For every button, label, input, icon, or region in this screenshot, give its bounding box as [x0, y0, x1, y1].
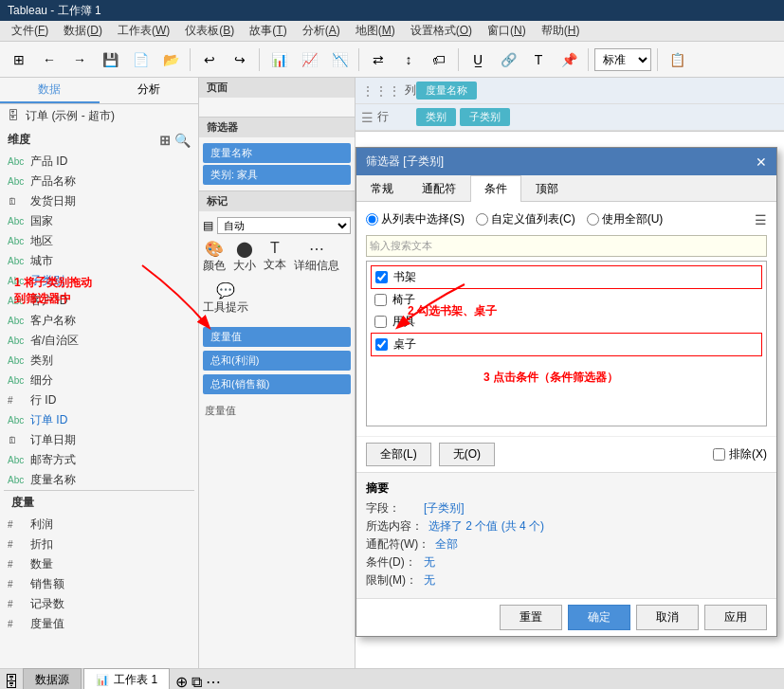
marks-detail-btn[interactable]: ⋯ 详细信息 [294, 240, 339, 274]
menu-worksheet[interactable]: 工作表(W) [110, 21, 177, 41]
tab-sheet1[interactable]: 📊 工作表 1 [83, 668, 170, 689]
field-ship-date[interactable]: 🗓 发货日期 [4, 191, 194, 211]
field-row-id[interactable]: # 行 ID [4, 390, 194, 410]
field-sales[interactable]: # 销售额 [4, 574, 194, 594]
rows-category-pill[interactable]: 类别 [416, 108, 456, 126]
field-subcategory[interactable]: Abc 子类别 [4, 271, 194, 291]
toolbar-chart[interactable]: 📊 [265, 46, 292, 73]
toolbar-redo[interactable]: ↪ [227, 46, 253, 73]
filter-tab-condition[interactable]: 条件 [470, 175, 521, 202]
datasource-icon[interactable]: 🗄 [4, 674, 19, 689]
columns-measure-names-pill[interactable]: 度量名称 [416, 82, 477, 100]
filter-item-chair-cb[interactable] [374, 294, 387, 306]
dim-grid-icon[interactable]: ⊞ [159, 133, 171, 148]
radio-from-list[interactable]: 从列表中选择(S) [366, 211, 465, 227]
filter-reset-btn[interactable]: 重置 [500, 605, 562, 630]
marks-tooltip-btn[interactable]: 💬 工具提示 [203, 281, 248, 316]
menu-format[interactable]: 设置格式(O) [403, 21, 480, 41]
toolbar-forward[interactable]: → [66, 46, 93, 73]
radio-use-all-input[interactable] [587, 213, 599, 226]
filter-item-bookshelf[interactable]: 书架 [371, 265, 762, 289]
menu-map[interactable]: 地图(M) [348, 21, 403, 41]
filter-item-table-cb[interactable] [375, 338, 388, 351]
filter-cancel-btn[interactable]: 取消 [636, 605, 699, 630]
sum-profit-pill[interactable]: 总和(利润) [203, 351, 351, 371]
filter-all-btn[interactable]: 全部(L) [366, 443, 431, 466]
filter-tab-general[interactable]: 常规 [356, 175, 408, 202]
measure-values-label-pill[interactable]: 度量值 [203, 327, 351, 347]
field-product-name[interactable]: Abc 产品名称 [4, 172, 194, 191]
filter-item-chair[interactable]: 椅子 [371, 289, 762, 311]
marks-text-btn[interactable]: T 文本 [264, 240, 286, 274]
radio-from-list-input[interactable] [366, 213, 378, 226]
field-measure-names[interactable]: Abc 度量名称 [4, 470, 194, 490]
toolbar-view-dropdown[interactable]: 标准 [594, 48, 651, 71]
toolbar-chart2[interactable]: 📈 [296, 46, 322, 73]
field-ship-mode[interactable]: Abc 邮寄方式 [4, 450, 194, 470]
tab-datasource[interactable]: 数据源 [23, 668, 82, 689]
marks-size-btn[interactable]: ⬤ 大小 [233, 240, 256, 274]
copy-sheet-icon[interactable]: ⧉ [191, 674, 202, 689]
field-order-date[interactable]: 🗓 订单日期 [4, 430, 194, 450]
toolbar-save[interactable]: 💾 [97, 46, 123, 73]
menu-help[interactable]: 帮助(H) [534, 21, 588, 41]
field-province[interactable]: Abc 省/自治区 [4, 331, 194, 351]
add-sheet-icon[interactable]: ⊕ [175, 673, 188, 689]
filter-apply-btn[interactable]: 应用 [704, 605, 767, 630]
toolbar-undo[interactable]: ↩ [196, 46, 223, 73]
menu-window[interactable]: 窗口(N) [480, 21, 534, 41]
marks-color-btn[interactable]: 🎨 颜色 [203, 240, 226, 274]
field-quantity[interactable]: # 数量 [4, 554, 194, 574]
radio-use-all[interactable]: 使用全部(U) [587, 211, 664, 227]
exclude-checkbox[interactable] [713, 448, 725, 461]
menu-dashboard[interactable]: 仪表板(B) [177, 21, 242, 41]
field-discount[interactable]: # 折扣 [4, 535, 194, 554]
filter-measure-names[interactable]: 度量名称 [203, 143, 351, 163]
field-segment[interactable]: Abc 细分 [4, 371, 194, 390]
toolbar-back[interactable]: ← [36, 46, 63, 73]
field-profit[interactable]: # 利润 [4, 515, 194, 535]
field-customer-name[interactable]: Abc 客户名称 [4, 311, 194, 331]
sum-sales-pill[interactable]: 总和(销售额) [203, 374, 351, 394]
marks-type-select[interactable]: 自动 [217, 217, 351, 234]
filter-item-table[interactable]: 桌子 [371, 333, 762, 356]
toolbar-chart3[interactable]: 📉 [326, 46, 353, 73]
menu-data[interactable]: 数据(D) [56, 21, 110, 41]
filter-item-bookshelf-cb[interactable] [375, 271, 388, 283]
menu-analysis[interactable]: 分析(A) [295, 21, 348, 41]
menu-file[interactable]: 文件(F) [4, 21, 56, 41]
tab-analysis[interactable]: 分析 [100, 78, 199, 103]
toolbar-new[interactable]: 📄 [127, 46, 154, 73]
field-country[interactable]: Abc 国家 [4, 211, 194, 231]
toolbar-analytics[interactable]: 📋 [664, 46, 690, 73]
radio-custom-list-input[interactable] [476, 213, 488, 226]
field-product-id[interactable]: Abc 产品 ID [4, 152, 194, 172]
filter-ok-btn[interactable]: 确定 [568, 605, 630, 630]
sheet-options-icon[interactable]: ⋯ [206, 673, 221, 689]
filter-list-icon[interactable]: ☰ [755, 212, 767, 227]
toolbar-label[interactable]: 🏷 [426, 46, 452, 73]
toolbar-sort[interactable]: ↕ [395, 46, 422, 73]
field-record-count[interactable]: # 记录数 [4, 594, 194, 614]
radio-custom-list[interactable]: 自定义值列表(C) [476, 211, 575, 227]
toolbar-t[interactable]: T [525, 46, 552, 73]
rows-subcategory-pill[interactable]: 子类别 [460, 108, 510, 126]
filter-none-btn[interactable]: 无(O) [439, 443, 495, 466]
toolbar-swap[interactable]: ⇄ [365, 46, 392, 73]
toolbar-underline[interactable]: U̲ [465, 46, 491, 73]
menu-story[interactable]: 故事(T) [242, 21, 294, 41]
field-category[interactable]: Abc 类别 [4, 351, 194, 371]
filter-category[interactable]: 类别: 家具 [203, 165, 351, 185]
toolbar-open[interactable]: 📂 [157, 46, 184, 73]
filter-item-appliance-cb[interactable] [374, 316, 387, 328]
filter-item-appliance[interactable]: 用具 [371, 311, 762, 333]
tab-data[interactable]: 数据 [0, 78, 100, 103]
filter-dialog-close[interactable]: ✕ [756, 154, 767, 170]
filter-tab-top[interactable]: 顶部 [521, 175, 573, 202]
filter-tab-wildcard[interactable]: 通配符 [408, 175, 470, 202]
toolbar-pin[interactable]: 📌 [556, 46, 582, 73]
toolbar-grid[interactable]: ⊞ [6, 46, 32, 73]
field-city[interactable]: Abc 城市 [4, 251, 194, 271]
field-customer-id[interactable]: Abc 客户 ID [4, 291, 194, 311]
field-measure-values[interactable]: # 度量值 [4, 614, 194, 634]
